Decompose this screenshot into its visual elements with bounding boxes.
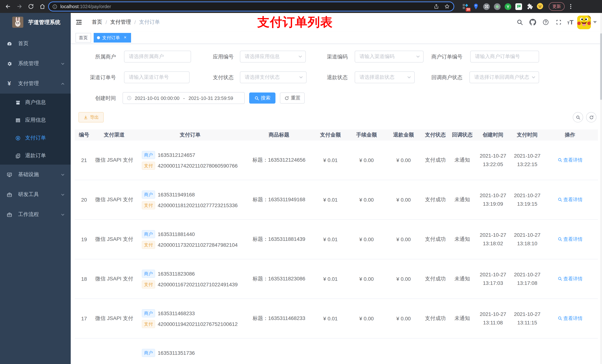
col-refund-cell: ¥ 0.00 — [385, 316, 422, 322]
create-time-start[interactable]: 2021-10-01 00:00:00 — [135, 95, 179, 101]
profile-avatar-icon[interactable] — [537, 3, 544, 10]
col-fee-cell: ¥ 0.00 — [348, 157, 385, 163]
fullscreen-icon[interactable] — [554, 18, 563, 27]
reset-button[interactable]: 重置 — [280, 93, 305, 104]
breadcrumb-pay-manage[interactable]: 支付管理 — [110, 19, 131, 26]
col-id-cell: 20 — [75, 197, 93, 203]
hide-search-button[interactable] — [573, 112, 583, 123]
pay-time: 2021-10-2713:17:08 — [510, 270, 544, 287]
browser-menu-icon[interactable] — [570, 4, 571, 9]
order-number: 1635311949168 — [158, 191, 195, 197]
view-detail-link[interactable]: 查看详情 — [557, 157, 582, 164]
back-icon[interactable] — [4, 3, 11, 10]
sidebar-item-refund-order[interactable]: 退款订单 — [0, 147, 71, 165]
col-amount-cell: ¥ 0.01 — [313, 236, 348, 242]
app-logo — [12, 17, 23, 28]
user-avatar[interactable] — [577, 15, 591, 29]
browser-toolbar: localhost:1024/pay/order 10 — [0, 0, 602, 13]
github-icon[interactable] — [528, 18, 537, 27]
col-order-cell: 商户1635312124657支付42000011742021102780605… — [135, 148, 245, 172]
sidebar-extension-icon[interactable]: 10 — [461, 3, 469, 10]
sidebar-item-pay-order[interactable]: 支付订单 — [0, 129, 71, 147]
create-time-range-picker[interactable]: 2021-10-01 00:00:00 - 2021-10-31 23:59:5… — [123, 92, 245, 104]
col-created-header: 创建时间 — [476, 132, 510, 138]
col-action-cell: 查看详情 — [544, 276, 596, 282]
bookmark-star-icon[interactable] — [444, 4, 450, 9]
col-status-cell: 支付成功 — [422, 197, 449, 203]
page-scrollbar[interactable] — [600, 13, 602, 364]
chat-extension-icon[interactable] — [515, 3, 522, 10]
pay-order-table: 编号支付渠道支付订单商品标题支付金额手续金额退款金额支付状态回调状态创建时间支付… — [75, 129, 598, 364]
y-extension-icon[interactable]: Y — [504, 3, 512, 10]
create-time-end[interactable]: 2021-10-31 23:59:59 — [188, 95, 233, 101]
pin-extension-icon[interactable] — [472, 3, 479, 10]
address-bar[interactable]: localhost:1024/pay/order — [48, 1, 454, 11]
col-created-cell: 2021-10-2713:22:05 — [476, 152, 510, 169]
sidebar-item-dev-tools[interactable]: 研发工具 — [0, 185, 71, 205]
col-fee-cell: ¥ 0.00 — [348, 197, 385, 203]
reload-icon[interactable] — [27, 3, 34, 10]
help-icon[interactable] — [541, 18, 550, 27]
home-icon[interactable] — [39, 3, 46, 10]
tag-pay-order[interactable]: 支付订单 × — [94, 33, 131, 42]
order-number: 1635312124657 — [158, 152, 195, 158]
col-id-cell: 17 — [75, 316, 93, 322]
sidebar-item-system[interactable]: 系统管理 — [0, 54, 71, 74]
app-filter-select[interactable]: 请选择应用信息 — [240, 51, 306, 62]
sidebar-item-merchant-info[interactable]: 商户信息 — [0, 94, 71, 111]
channel-order-no-filter-input[interactable]: 请输入渠道订单号 — [124, 71, 190, 83]
close-icon[interactable]: × — [123, 35, 128, 40]
clock-icon — [127, 95, 132, 101]
order-number: 1635311881440 — [158, 231, 195, 237]
table-row: 18微信 JSAPI 支付商户1635311823086支付4200001167… — [75, 259, 598, 299]
table-row: 21微信 JSAPI 支付商户1635312124657支付4200001174… — [75, 141, 598, 180]
font-size-icon[interactable]: TT — [567, 19, 573, 25]
content: 所属商户 请选择所属商户 应用编号 请选择应用信息 渠道编码 请输入渠道编码 商… — [71, 44, 602, 364]
create-time: 2021-10-2713:22:05 — [476, 152, 510, 169]
briefcase-icon — [6, 212, 12, 218]
col-callback-cell: 未通知 — [449, 315, 476, 322]
hamburger-icon[interactable] — [75, 19, 83, 26]
sidebar-item-home[interactable]: 首页 — [0, 34, 71, 54]
sidebar-item-payment[interactable]: ¥支付管理 — [0, 74, 71, 94]
create-time-filter-label: 创建时间 — [71, 92, 116, 104]
info-icon[interactable] — [52, 4, 57, 9]
command-extension-icon[interactable] — [483, 3, 490, 10]
col-status-cell: 支付成功 — [422, 236, 449, 243]
export-button[interactable]: 导出 — [78, 112, 104, 123]
view-detail-link[interactable]: 查看详情 — [557, 315, 582, 322]
view-detail-link[interactable]: 查看详情 — [557, 236, 582, 243]
browser-update-button[interactable]: 更新 — [549, 2, 565, 11]
order-line: 支付4200001173202110272847982104 — [142, 241, 245, 249]
col-order-header: 支付订单 — [135, 132, 245, 138]
sidebar-item-workflow[interactable]: 工作流程 — [0, 205, 71, 225]
search-icon[interactable] — [515, 18, 524, 27]
dot-extension-icon[interactable] — [494, 3, 501, 10]
app-logo-row[interactable]: 芋道管理系统 — [0, 13, 71, 31]
share-icon[interactable] — [434, 4, 439, 9]
merchant-filter-input[interactable]: 请选择所属商户 — [124, 51, 191, 62]
tag-home[interactable]: 首页 — [75, 33, 91, 42]
pay-status-filter-select[interactable]: 请选择支付状态 — [240, 71, 307, 83]
sidebar-item-app-info[interactable]: 应用信息 — [0, 111, 71, 129]
forward-icon[interactable] — [16, 3, 23, 10]
col-action-cell: 查看详情 — [544, 197, 596, 203]
col-id-header: 编号 — [75, 132, 93, 138]
pay-tag: 支付 — [142, 241, 155, 249]
callback-status-filter-select[interactable]: 请选择订单回调商户状态 — [469, 71, 539, 83]
sidebar-item-infrastructure[interactable]: 基础设施 — [0, 165, 71, 185]
merchant-tag: 商户 — [142, 190, 155, 198]
view-detail-link[interactable]: 查看详情 — [557, 276, 582, 282]
shop-icon — [15, 100, 21, 105]
breadcrumb-home[interactable]: 首页 — [92, 19, 102, 26]
order-line: 商户1635312124657 — [142, 151, 245, 159]
extensions-puzzle-icon[interactable] — [526, 3, 533, 10]
col-id-cell: 21 — [75, 157, 93, 163]
chevron-down-icon[interactable] — [593, 21, 597, 23]
merchant-order-no-filter-input[interactable]: 请输入商户订单编号 — [470, 51, 539, 62]
refresh-button[interactable] — [586, 112, 596, 123]
callback-status-filter-label: 回调商户状态 — [404, 71, 462, 83]
view-detail-link[interactable]: 查看详情 — [557, 197, 582, 203]
search-button[interactable]: 搜索 — [249, 93, 275, 104]
col-amount-cell: ¥ 0.01 — [313, 276, 348, 282]
